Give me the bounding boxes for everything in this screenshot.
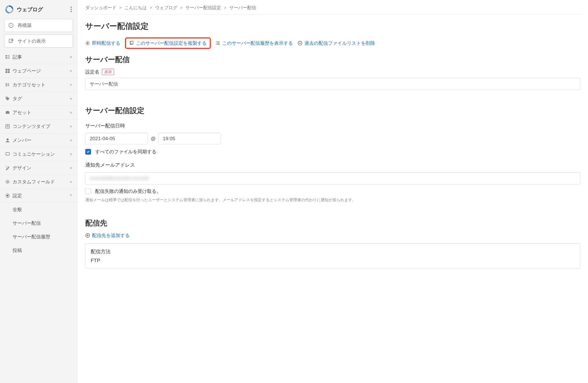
breadcrumb-item[interactable]: サーバー配信設定	[185, 5, 221, 10]
sidebar: ウェブログ 再構築 サイトの表示 記事 ▾ ウェブページ ▾	[0, 0, 77, 383]
nav-communication[interactable]: コミュニケーション ▾	[0, 147, 77, 161]
nav-entries[interactable]: 記事 ▾	[0, 50, 77, 64]
date-input[interactable]	[85, 133, 148, 144]
member-icon	[5, 138, 13, 143]
asset-icon	[5, 110, 13, 115]
rebuild-label: 再構築	[18, 22, 32, 29]
destination-box: 配信方法 FTP	[85, 243, 580, 268]
notify-email-input[interactable]: example@example.example	[85, 172, 580, 184]
brand: ウェブログ	[5, 5, 43, 14]
sidebar-quick-actions: 再構築 サイトの表示	[0, 19, 77, 48]
svg-point-25	[87, 42, 88, 44]
svg-rect-5	[5, 55, 7, 57]
at-separator: @	[151, 136, 156, 142]
svg-rect-13	[5, 71, 7, 73]
setting-name-label: 設定名	[85, 69, 99, 75]
datetime-row: @	[85, 133, 580, 144]
svg-point-28	[216, 42, 217, 42]
gear-icon	[85, 41, 90, 46]
sync-all-label: すべてのファイルを同期する	[95, 149, 156, 155]
plus-circle-icon	[85, 233, 90, 238]
svg-rect-16	[6, 111, 9, 114]
more-options-button[interactable]	[70, 7, 72, 12]
breadcrumb-item: サーバー配信	[229, 5, 256, 10]
nav-custom-fields[interactable]: カスタムフィールド ▾	[0, 175, 77, 189]
svg-point-2	[71, 11, 72, 12]
view-site-button[interactable]: サイトの表示	[4, 35, 73, 48]
breadcrumb-item[interactable]: ウェブログ	[155, 5, 177, 10]
sidebar-nav: 記事 ▾ ウェブページ ▾ カテゴリセット ▾ タグ ▾ アセット ▾ コンテン…	[0, 50, 77, 203]
notify-email-label: 通知先メールアドレス	[85, 162, 580, 168]
subnav-server-distribution[interactable]: サーバー配信	[0, 216, 77, 230]
chevron-down-icon: ▾	[70, 69, 72, 74]
breadcrumb-item[interactable]: ダッシュボード	[85, 5, 116, 10]
nav-tags[interactable]: タグ ▾	[0, 92, 77, 106]
only-fail-label: 配信失敗の通知のみ受け取る。	[95, 188, 161, 194]
chevron-down-icon: ▾	[70, 55, 72, 60]
subnav-server-distribution-history[interactable]: サーバー配信履歴	[0, 230, 77, 244]
svg-rect-4	[9, 39, 13, 43]
svg-rect-31	[217, 43, 220, 43]
nav-assets[interactable]: アセット ▾	[0, 106, 77, 120]
highlighted-action: このサーバー配信設定を複製する	[125, 37, 211, 49]
content-type-icon	[5, 124, 13, 129]
nav-pages[interactable]: ウェブページ ▾	[0, 64, 77, 78]
nav-design[interactable]: デザイン ▾	[0, 161, 77, 175]
brand-logo-icon	[5, 5, 14, 14]
tag-icon	[5, 96, 13, 101]
action-bar: 即時配信する このサーバー配信設定を複製する このサーバー配信履歴を表示する 過…	[85, 37, 580, 49]
datetime-label: サーバー配信日時	[85, 122, 580, 129]
nav-content-types[interactable]: コンテンツタイプ ▾	[0, 120, 77, 133]
svg-rect-17	[7, 111, 9, 112]
sidebar-header: ウェブログ	[0, 2, 77, 19]
view-history-link[interactable]: このサーバー配信履歴を表示する	[216, 40, 293, 46]
sync-all-checkbox[interactable]	[85, 149, 91, 155]
distribution-method-value: FTP	[91, 258, 575, 263]
sync-all-row[interactable]: すべてのファイルを同期する	[85, 149, 580, 155]
chevron-up-icon: ▴	[70, 193, 72, 198]
chevron-down-icon: ▾	[70, 96, 72, 101]
svg-point-15	[7, 98, 7, 98]
add-destination-link[interactable]: 配信先を追加する	[85, 232, 130, 239]
only-fail-row[interactable]: 配信失敗の通知のみ受け取る。	[85, 188, 580, 194]
svg-point-0	[71, 7, 72, 8]
svg-point-24	[7, 195, 8, 196]
svg-rect-9	[8, 57, 10, 58]
only-fail-checkbox[interactable]	[85, 188, 91, 194]
svg-rect-11	[5, 69, 7, 71]
breadcrumb-item[interactable]: こんにちは	[125, 5, 147, 10]
duplicate-settings-link[interactable]: このサーバー配信設定を複製する	[129, 40, 207, 46]
svg-rect-35	[299, 43, 301, 43]
svg-point-21	[7, 138, 9, 140]
nav-members[interactable]: メンバー ▾	[0, 133, 77, 147]
svg-rect-27	[131, 41, 133, 44]
custom-field-icon	[5, 179, 13, 184]
nav-settings[interactable]: 設定 ▴	[0, 189, 77, 203]
svg-point-1	[71, 9, 72, 10]
publish-now-link[interactable]: 即時配信する	[85, 40, 120, 46]
svg-point-32	[216, 44, 217, 45]
communication-icon	[5, 152, 13, 156]
time-input[interactable]	[158, 133, 221, 144]
rebuild-button[interactable]: 再構築	[4, 19, 73, 32]
svg-rect-10	[8, 58, 10, 59]
nav-category-sets[interactable]: カテゴリセット ▾	[0, 78, 77, 92]
svg-rect-12	[8, 69, 10, 71]
rebuild-icon	[8, 22, 14, 28]
subnav-posting[interactable]: 投稿	[0, 244, 77, 257]
copy-icon	[129, 41, 134, 46]
chevron-down-icon: ▾	[70, 166, 72, 171]
server-distribution-heading: サーバー配信	[85, 55, 580, 65]
pages-icon	[5, 69, 13, 73]
setting-name-input[interactable]	[85, 78, 580, 90]
delete-past-files-link[interactable]: 過去の配信ファイルリストを削除	[298, 40, 375, 46]
breadcrumb: ダッシュボード > こんにちは > ウェブログ > サーバー配信設定 > サーバ…	[85, 5, 580, 15]
categories-icon	[5, 82, 13, 87]
remove-icon	[298, 41, 302, 46]
settings-subnav: 全般 サーバー配信 サーバー配信履歴 投稿	[0, 203, 77, 257]
view-site-label: サイトの表示	[18, 38, 46, 44]
design-icon	[5, 166, 13, 170]
svg-rect-14	[8, 71, 10, 73]
svg-rect-7	[8, 56, 10, 57]
subnav-general[interactable]: 全般	[0, 203, 77, 216]
